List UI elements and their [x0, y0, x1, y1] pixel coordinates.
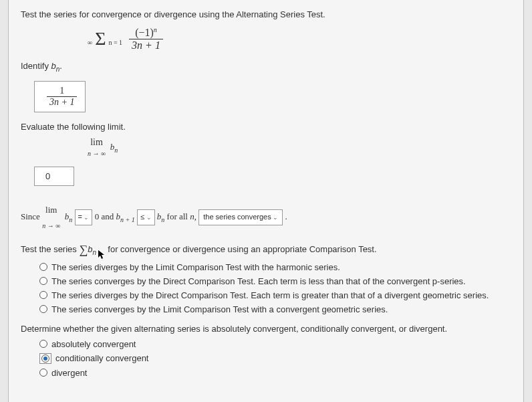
option-label: The series diverges by the Direct Compar… [51, 290, 489, 300]
sigma-upper: ∞ [88, 39, 92, 46]
sigma-symbol: Σ [95, 28, 106, 49]
limit-prompt: Evaluate the following limit. [21, 122, 511, 132]
bn-numerator: 1 [47, 86, 77, 97]
series-denominator: 3n + 1 [129, 39, 163, 52]
limit-answer-box[interactable]: 0 [34, 167, 74, 186]
comparison-options: The series diverges by the Limit Compari… [39, 262, 511, 314]
option-label: The series converges by the Limit Compar… [51, 304, 388, 314]
comparison-option[interactable]: The series converges by the Direct Compa… [39, 276, 511, 286]
option-label: The series diverges by the Limit Compari… [51, 262, 340, 272]
absolute-option[interactable]: divergent [39, 368, 511, 378]
bn-denominator: 3n + 1 [47, 97, 77, 108]
alt-series-prompt: Test the series for convergence or diver… [21, 9, 511, 19]
radio-icon[interactable] [39, 291, 47, 299]
comparison-prompt: Test the series ∑bn for convergence or d… [21, 243, 511, 257]
sigma-lower: n = 1 [108, 39, 122, 46]
absolute-options: absolutely convergent conditionally conv… [39, 339, 511, 378]
comparison-option[interactable]: The series diverges by the Direct Compar… [39, 290, 511, 300]
option-label: conditionally convergent [55, 353, 148, 363]
relation-select-2[interactable]: ≤ [137, 209, 155, 225]
radio-icon[interactable] [39, 305, 47, 313]
limit-expression: lim n → ∞ bn [21, 137, 511, 159]
relation-select-1[interactable]: = [75, 209, 93, 225]
bn-answer-box[interactable]: 1 3n + 1 [34, 81, 86, 112]
radio-icon[interactable] [39, 369, 47, 377]
series-numerator: (−1)n [129, 26, 163, 39]
series-expression: ∞ Σ n = 1 (−1)n 3n + 1 [21, 26, 511, 52]
comparison-option[interactable]: The series diverges by the Limit Compari… [39, 262, 511, 272]
absolute-option[interactable]: absolutely convergent [39, 339, 511, 349]
absolute-prompt: Determine whether the given alternating … [21, 324, 511, 334]
radio-icon[interactable] [39, 277, 47, 285]
option-label: absolutely convergent [51, 339, 136, 349]
option-label: The series converges by the Direct Compa… [51, 276, 466, 286]
radio-icon[interactable] [39, 263, 47, 271]
since-statement: Since lim n → ∞ bn = 0 and bn + 1 ≤ bn f… [21, 202, 511, 233]
conclusion-select[interactable]: the series converges [198, 209, 283, 225]
option-label: divergent [51, 368, 87, 378]
absolute-option[interactable]: conditionally convergent [39, 353, 511, 364]
radio-icon[interactable] [41, 355, 49, 363]
identify-bn-prompt: Identify bn. [21, 61, 511, 73]
comparison-option[interactable]: The series converges by the Limit Compar… [39, 304, 511, 314]
radio-icon[interactable] [39, 340, 47, 348]
question-panel: Test the series for convergence or diver… [8, 0, 524, 402]
